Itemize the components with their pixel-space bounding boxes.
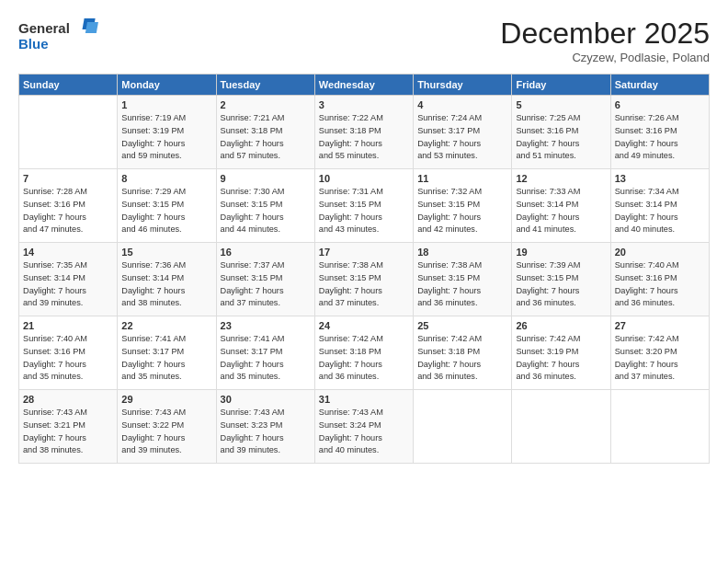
daylight-label: Daylight: 7 hours [516, 359, 606, 372]
calendar-cell: 15 Sunrise: 7:36 AM Sunset: 3:14 PM Dayl… [118, 243, 216, 316]
daylight-minutes: and 41 minutes. [516, 224, 606, 236]
daylight-minutes: and 35 minutes. [221, 371, 311, 384]
day-number: 25 [417, 320, 507, 331]
sunrise: Sunrise: 7:42 AM [516, 333, 606, 346]
daylight-label: Daylight: 7 hours [516, 285, 606, 298]
daylight-minutes: and 35 minutes. [121, 371, 211, 384]
calendar-cell: 2 Sunrise: 7:21 AM Sunset: 3:18 PM Dayli… [216, 96, 314, 169]
sunrise: Sunrise: 7:37 AM [221, 259, 311, 272]
sunset: Sunset: 3:16 PM [615, 125, 705, 138]
calendar-cell: 14 Sunrise: 7:35 AM Sunset: 3:14 PM Dayl… [19, 243, 118, 316]
calendar-cell: 12 Sunrise: 7:33 AM Sunset: 3:14 PM Dayl… [512, 169, 610, 243]
day-number: 5 [516, 99, 606, 110]
day-number: 16 [221, 247, 311, 258]
logo-general: General Blue [18, 17, 101, 59]
sunset: Sunset: 3:18 PM [319, 125, 409, 138]
daylight-minutes: and 39 minutes. [121, 444, 211, 457]
day-number: 1 [121, 99, 211, 110]
calendar-cell: 21 Sunrise: 7:40 AM Sunset: 3:16 PM Dayl… [19, 316, 118, 390]
sunrise: Sunrise: 7:34 AM [615, 186, 705, 199]
daylight-minutes: and 53 minutes. [417, 150, 507, 163]
daylight-minutes: and 47 minutes. [23, 224, 113, 236]
daylight-label: Daylight: 7 hours [516, 138, 606, 151]
calendar-cell: 4 Sunrise: 7:24 AM Sunset: 3:17 PM Dayli… [414, 96, 512, 169]
sunrise: Sunrise: 7:43 AM [121, 407, 211, 419]
daylight-minutes: and 37 minutes. [615, 371, 705, 384]
sunrise: Sunrise: 7:42 AM [417, 333, 507, 346]
calendar-cell: 16 Sunrise: 7:37 AM Sunset: 3:15 PM Dayl… [216, 243, 314, 316]
day-number: 4 [417, 99, 507, 110]
day-number: 18 [417, 247, 507, 258]
sunset: Sunset: 3:18 PM [221, 125, 311, 138]
calendar-cell: 6 Sunrise: 7:26 AM Sunset: 3:16 PM Dayli… [610, 96, 709, 169]
calendar-page: General Blue December 2025 Czyzew, Podla… [0, 0, 728, 563]
calendar-cell: 20 Sunrise: 7:40 AM Sunset: 3:16 PM Dayl… [610, 243, 709, 316]
sunrise: Sunrise: 7:42 AM [615, 333, 705, 346]
sunrise: Sunrise: 7:38 AM [417, 259, 507, 272]
location-subtitle: Czyzew, Podlasie, Poland [500, 51, 710, 64]
calendar-cell [414, 390, 512, 464]
day-number: 31 [319, 394, 409, 405]
sunset: Sunset: 3:14 PM [23, 272, 113, 285]
sunrise: Sunrise: 7:22 AM [319, 112, 409, 125]
calendar-cell: 5 Sunrise: 7:25 AM Sunset: 3:16 PM Dayli… [512, 96, 610, 169]
day-number: 23 [221, 320, 311, 331]
sunset: Sunset: 3:15 PM [417, 199, 507, 212]
sunset: Sunset: 3:14 PM [121, 272, 211, 285]
calendar-cell: 25 Sunrise: 7:42 AM Sunset: 3:18 PM Dayl… [414, 316, 512, 390]
calendar-cell: 27 Sunrise: 7:42 AM Sunset: 3:20 PM Dayl… [610, 316, 709, 390]
calendar-body: 1 Sunrise: 7:19 AM Sunset: 3:19 PM Dayli… [19, 96, 710, 464]
col-sunday: Sunday [19, 75, 118, 96]
sunrise: Sunrise: 7:40 AM [23, 333, 113, 346]
daylight-label: Daylight: 7 hours [221, 212, 311, 224]
daylight-minutes: and 44 minutes. [221, 224, 311, 236]
header-row: Sunday Monday Tuesday Wednesday Thursday… [19, 75, 710, 96]
day-number: 14 [23, 247, 113, 258]
sunrise: Sunrise: 7:19 AM [121, 112, 211, 125]
sunrise: Sunrise: 7:41 AM [221, 333, 311, 346]
svg-text:General: General [18, 20, 70, 36]
calendar-cell: 24 Sunrise: 7:42 AM Sunset: 3:18 PM Dayl… [314, 316, 413, 390]
calendar-cell [610, 390, 709, 464]
month-title: December 2025 [500, 17, 710, 51]
sunrise: Sunrise: 7:43 AM [23, 407, 113, 419]
day-number: 26 [516, 320, 606, 331]
calendar-cell: 3 Sunrise: 7:22 AM Sunset: 3:18 PM Dayli… [314, 96, 413, 169]
sunset: Sunset: 3:21 PM [23, 419, 113, 432]
sunrise: Sunrise: 7:41 AM [121, 333, 211, 346]
col-friday: Friday [512, 75, 610, 96]
calendar-cell: 17 Sunrise: 7:38 AM Sunset: 3:15 PM Dayl… [314, 243, 413, 316]
header: General Blue December 2025 Czyzew, Podla… [18, 17, 710, 64]
daylight-minutes: and 38 minutes. [121, 297, 211, 310]
sunset: Sunset: 3:19 PM [516, 346, 606, 359]
sunrise: Sunrise: 7:25 AM [516, 112, 606, 125]
daylight-label: Daylight: 7 hours [615, 285, 705, 298]
col-wednesday: Wednesday [314, 75, 413, 96]
day-number: 24 [319, 320, 409, 331]
daylight-label: Daylight: 7 hours [319, 359, 409, 372]
daylight-minutes: and 37 minutes. [319, 297, 409, 310]
title-block: December 2025 Czyzew, Podlasie, Poland [500, 17, 710, 64]
daylight-minutes: and 42 minutes. [417, 224, 507, 236]
logo-svg: General Blue [18, 17, 101, 55]
sunrise: Sunrise: 7:33 AM [516, 186, 606, 199]
day-number: 2 [221, 99, 311, 110]
daylight-label: Daylight: 7 hours [23, 285, 113, 298]
daylight-label: Daylight: 7 hours [221, 138, 311, 151]
calendar-cell: 9 Sunrise: 7:30 AM Sunset: 3:15 PM Dayli… [216, 169, 314, 243]
sunset: Sunset: 3:23 PM [221, 419, 311, 432]
day-number: 3 [319, 99, 409, 110]
daylight-minutes: and 36 minutes. [516, 371, 606, 384]
daylight-label: Daylight: 7 hours [417, 212, 507, 224]
svg-marker-2 [85, 22, 98, 33]
daylight-minutes: and 38 minutes. [23, 444, 113, 457]
calendar-cell: 19 Sunrise: 7:39 AM Sunset: 3:15 PM Dayl… [512, 243, 610, 316]
sunset: Sunset: 3:20 PM [615, 346, 705, 359]
daylight-label: Daylight: 7 hours [319, 285, 409, 298]
week-row-1: 1 Sunrise: 7:19 AM Sunset: 3:19 PM Dayli… [19, 96, 710, 169]
sunset: Sunset: 3:17 PM [417, 125, 507, 138]
sunset: Sunset: 3:17 PM [221, 346, 311, 359]
daylight-label: Daylight: 7 hours [615, 138, 705, 151]
svg-text:Blue: Blue [18, 36, 49, 52]
daylight-label: Daylight: 7 hours [516, 212, 606, 224]
